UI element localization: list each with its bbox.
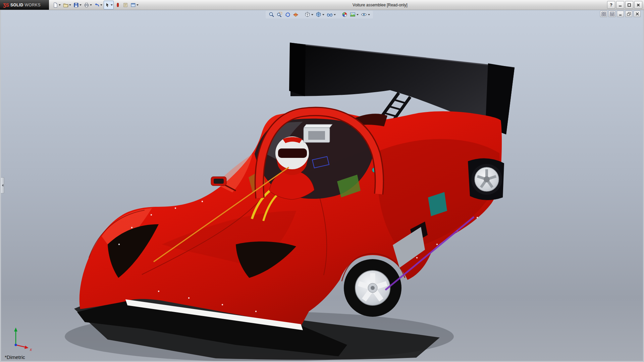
apply-scene-button[interactable] bbox=[350, 11, 359, 18]
restore-document-button[interactable] bbox=[625, 11, 632, 17]
view-settings-button[interactable] bbox=[361, 11, 370, 18]
panel-collapse-handle[interactable] bbox=[1, 177, 4, 193]
minimize-button[interactable] bbox=[616, 1, 624, 9]
apply-scene-icon bbox=[350, 12, 356, 17]
dropdown-caret-icon bbox=[137, 4, 139, 6]
tile-windows-button[interactable] bbox=[608, 11, 615, 17]
close-document-button[interactable] bbox=[634, 11, 641, 17]
section-view-icon bbox=[293, 12, 299, 17]
reference-triad: x bbox=[7, 323, 35, 353]
dropdown-caret-icon bbox=[311, 14, 313, 15]
view-orientation-cube-icon bbox=[305, 12, 310, 17]
rebuild-button[interactable] bbox=[122, 1, 129, 9]
view-settings-icon bbox=[361, 12, 367, 17]
ds-logo-icon: ƷS bbox=[3, 2, 9, 8]
section-view-button[interactable] bbox=[292, 11, 299, 18]
reference-geometry-button[interactable] bbox=[114, 1, 121, 9]
dropdown-caret-icon bbox=[69, 4, 71, 6]
graphics-area: x *Dimetric bbox=[0, 10, 644, 362]
dropdown-caret-icon bbox=[111, 4, 113, 6]
brand-solid: SOLID bbox=[10, 3, 23, 7]
far-wheel[interactable] bbox=[468, 158, 504, 200]
zoom-to-area-icon bbox=[277, 12, 282, 17]
open-folder-icon bbox=[63, 2, 68, 8]
new-document-button[interactable] bbox=[52, 1, 62, 9]
new-document-icon bbox=[53, 2, 58, 8]
display-style-icon bbox=[316, 12, 321, 17]
zoom-to-fit-button[interactable] bbox=[268, 11, 275, 18]
helmet-visor bbox=[278, 148, 307, 158]
heads-up-view-toolbar bbox=[266, 11, 373, 18]
options-window-icon bbox=[130, 2, 136, 8]
z-axis-dot-icon bbox=[15, 344, 17, 346]
select-cursor-icon bbox=[105, 2, 110, 8]
document-title: Voiture assemblee [Read-only] bbox=[353, 3, 407, 7]
save-floppy-icon bbox=[73, 2, 79, 8]
brand-works: WORKS bbox=[25, 3, 41, 7]
undo-icon bbox=[94, 2, 100, 8]
edit-appearance-button[interactable] bbox=[341, 11, 348, 18]
chevron-left-icon bbox=[2, 184, 3, 187]
print-button[interactable] bbox=[83, 1, 93, 9]
cascade-windows-button[interactable] bbox=[600, 11, 607, 17]
edit-appearance-icon bbox=[342, 12, 347, 17]
reference-geometry-icon bbox=[115, 2, 120, 8]
title-bar: ƷS SOLIDWORKS bbox=[0, 0, 644, 10]
dropdown-caret-icon bbox=[79, 4, 82, 6]
view-orientation-label: *Dimetric bbox=[5, 354, 25, 360]
x-axis-arrow-icon bbox=[24, 346, 29, 349]
print-icon bbox=[84, 2, 89, 8]
standard-toolbar bbox=[49, 1, 140, 9]
save-button[interactable] bbox=[72, 1, 83, 9]
rebuild-icon bbox=[123, 2, 128, 8]
dropdown-caret-icon bbox=[334, 14, 336, 15]
3d-viewport[interactable] bbox=[1, 10, 643, 361]
display-style-button[interactable] bbox=[315, 11, 325, 18]
view-orientation-button[interactable] bbox=[304, 11, 314, 18]
open-button[interactable] bbox=[62, 1, 72, 9]
rear-wheel[interactable] bbox=[344, 259, 401, 317]
hide-show-items-button[interactable] bbox=[326, 11, 336, 18]
window-controls: ? bbox=[607, 1, 642, 9]
zoom-to-fit-icon bbox=[269, 12, 274, 17]
airbox[interactable] bbox=[304, 124, 332, 142]
select-button[interactable] bbox=[104, 1, 114, 9]
dropdown-caret-icon bbox=[357, 14, 359, 15]
zoom-to-area-button[interactable] bbox=[276, 11, 283, 18]
options-button[interactable] bbox=[129, 1, 140, 9]
dropdown-caret-icon bbox=[322, 14, 324, 15]
dropdown-caret-icon bbox=[368, 14, 370, 15]
x-axis-label: x bbox=[30, 347, 32, 352]
document-window-controls bbox=[600, 11, 641, 17]
undo-button[interactable] bbox=[93, 1, 103, 9]
dropdown-caret-icon bbox=[59, 4, 61, 6]
help-button[interactable]: ? bbox=[607, 1, 615, 9]
minimize-document-button[interactable] bbox=[617, 11, 624, 17]
previous-view-button[interactable] bbox=[284, 11, 291, 18]
y-axis-arrow-icon bbox=[14, 327, 17, 331]
dropdown-caret-icon bbox=[90, 4, 92, 6]
maximize-button[interactable] bbox=[625, 1, 633, 9]
hide-show-items-icon bbox=[327, 12, 333, 17]
previous-view-icon bbox=[285, 12, 290, 17]
close-button[interactable] bbox=[634, 1, 642, 9]
dropdown-caret-icon bbox=[100, 4, 102, 6]
solidworks-logo: ƷS SOLIDWORKS bbox=[0, 0, 49, 10]
